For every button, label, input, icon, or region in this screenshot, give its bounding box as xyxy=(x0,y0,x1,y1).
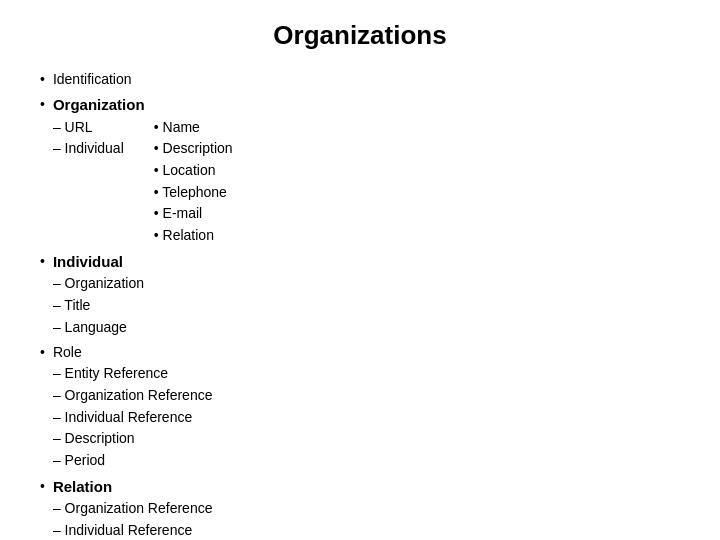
section-organization: • Organization URL Individual Name Descr… xyxy=(40,94,680,247)
individual-content: Individual Organization Title Language xyxy=(53,251,680,339)
organization-label: Organization xyxy=(53,96,145,113)
role-sub-ind-ref: Individual Reference xyxy=(53,407,680,429)
organization-content: Organization URL Individual Name Descrip… xyxy=(53,94,680,247)
relation-label: Relation xyxy=(53,478,112,495)
role-label: Role xyxy=(53,344,82,360)
role-sub-list: Entity Reference Organization Reference … xyxy=(53,363,680,471)
org-sub-individual: Individual xyxy=(53,138,124,160)
rel-sub-org-ref: Organization Reference xyxy=(53,498,680,520)
org-right-telephone: Telephone xyxy=(154,182,233,204)
section-relation: • Relation Organization Reference Indivi… xyxy=(40,476,680,540)
bullet-identification: • xyxy=(40,69,45,90)
section-role: • Role Entity Reference Organization Ref… xyxy=(40,342,680,471)
ind-sub-organization: Organization xyxy=(53,273,680,295)
bullet-role: • xyxy=(40,342,45,363)
role-sub-description: Description xyxy=(53,428,680,450)
org-right-name: Name xyxy=(154,117,233,139)
role-sub-org-ref: Organization Reference xyxy=(53,385,680,407)
bullet-relation: • xyxy=(40,476,45,497)
organization-columns: URL Individual Name Description Location… xyxy=(53,117,680,247)
identification-label: Identification xyxy=(53,71,132,87)
relation-content: Relation Organization Reference Individu… xyxy=(53,476,680,540)
org-right-location: Location xyxy=(154,160,233,182)
role-sub-period: Period xyxy=(53,450,680,472)
organization-sub-list: URL Individual xyxy=(53,117,124,247)
org-right-email: E-mail xyxy=(154,203,233,225)
identification-content: Identification xyxy=(53,69,680,90)
ind-sub-title: Title xyxy=(53,295,680,317)
bullet-organization: • xyxy=(40,94,45,115)
bullet-individual: • xyxy=(40,251,45,272)
org-right-description: Description xyxy=(154,138,233,160)
page: Organizations • Identification • Organiz… xyxy=(0,0,720,540)
section-identification: • Identification xyxy=(40,69,680,90)
organization-right-list: Name Description Location Telephone E-ma… xyxy=(154,117,233,247)
page-title: Organizations xyxy=(40,20,680,51)
rel-sub-ind-ref: Individual Reference xyxy=(53,520,680,540)
relation-sub-list: Organization Reference Individual Refere… xyxy=(53,498,680,540)
section-individual: • Individual Organization Title Language xyxy=(40,251,680,339)
org-sub-url: URL xyxy=(53,117,124,139)
ind-sub-language: Language xyxy=(53,317,680,339)
top-level-list: • Identification • Organization URL Indi… xyxy=(40,69,680,540)
individual-sub-list: Organization Title Language xyxy=(53,273,680,338)
role-content: Role Entity Reference Organization Refer… xyxy=(53,342,680,471)
individual-label: Individual xyxy=(53,253,123,270)
org-right-relation: Relation xyxy=(154,225,233,247)
role-sub-entity-ref: Entity Reference xyxy=(53,363,680,385)
